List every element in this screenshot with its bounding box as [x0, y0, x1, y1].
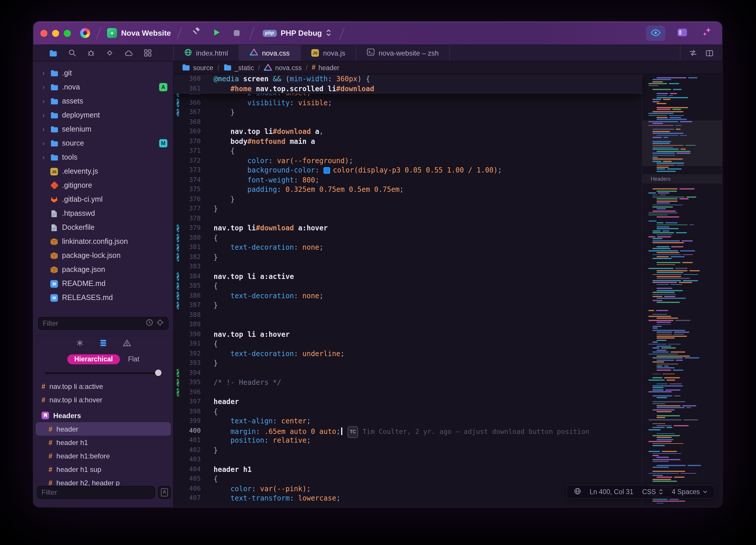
- code-line[interactable]: 395/* !- Headers */: [174, 378, 642, 387]
- code-line[interactable]: 396: [174, 387, 642, 397]
- code-line[interactable]: 380{: [174, 233, 642, 243]
- symbol-item[interactable]: #header h1: [36, 436, 171, 449]
- file-tree-item[interactable]: ›selenium: [33, 122, 173, 136]
- minimap[interactable]: Headers: [642, 74, 722, 507]
- code-line[interactable]: 378: [174, 214, 642, 224]
- file-tree-item[interactable]: ›assets: [33, 94, 173, 108]
- code-line[interactable]: 376 }: [174, 195, 642, 204]
- breadcrumb-item[interactable]: nova.css: [264, 63, 302, 72]
- disclosure-chevron-icon[interactable]: ›: [41, 112, 46, 118]
- recent-clock-icon[interactable]: [146, 318, 153, 329]
- file-tree-item[interactable]: package.json: [33, 263, 173, 276]
- file-tree-item[interactable]: ›.git: [33, 66, 173, 80]
- code-line[interactable]: 386 text-decoration: none;: [174, 291, 642, 300]
- code-line[interactable]: 375 padding: 0.325em 0.75em 0.5em 0.75em…: [174, 185, 642, 195]
- symbol-item[interactable]: #nav.top li a:hover: [36, 393, 171, 406]
- disclosure-chevron-icon[interactable]: ›: [41, 154, 46, 161]
- code-line[interactable]: 403: [174, 455, 642, 465]
- code-line[interactable]: 385{: [174, 281, 642, 291]
- symbols-depth-slider[interactable]: [45, 367, 161, 379]
- disclosure-chevron-icon[interactable]: ›: [41, 70, 46, 76]
- filter-options-button[interactable]: A: [158, 486, 171, 499]
- stop-button[interactable]: [230, 28, 243, 38]
- code-line[interactable]: 370 body#notfound main a: [174, 137, 642, 146]
- code-line[interactable]: 400 margin: .65em auto 0 auto;TCTim Coul…: [174, 426, 642, 436]
- code-line[interactable]: 369 nav.top li#download a,: [174, 127, 642, 137]
- extensions-button[interactable]: [699, 28, 715, 39]
- asterisk-icon[interactable]: [76, 338, 83, 349]
- disclosure-chevron-icon[interactable]: ›: [41, 84, 46, 90]
- disclosure-chevron-icon[interactable]: ›: [41, 126, 46, 133]
- file-tree-item[interactable]: MRELEASES.md: [33, 290, 173, 305]
- code-line[interactable]: 361 #home nav.top.scrolled li#download: [174, 84, 642, 94]
- code-line[interactable]: 398{: [174, 407, 642, 416]
- file-tree-item[interactable]: linkinator.config.json: [33, 235, 173, 249]
- build-button[interactable]: [188, 28, 204, 39]
- code-line[interactable]: 402}: [174, 445, 642, 455]
- file-tree-item[interactable]: Dockerfile: [33, 221, 173, 235]
- code-line[interactable]: 405{: [174, 474, 642, 484]
- file-tree-item[interactable]: ›.novaA: [33, 80, 173, 94]
- indent-selector[interactable]: 4 Spaces: [672, 488, 707, 495]
- project-switcher[interactable]: ✦ Nova Website: [107, 28, 171, 38]
- symbol-item[interactable]: #header h1 sup: [36, 462, 171, 476]
- code-line[interactable]: 366 visibility: visible;: [174, 98, 642, 108]
- flat-toggle[interactable]: Flat: [128, 355, 139, 362]
- slider-thumb[interactable]: [155, 369, 161, 376]
- symbols-filter-input[interactable]: [42, 488, 150, 496]
- search-icon[interactable]: [68, 49, 76, 57]
- swap-arrows-icon[interactable]: [689, 49, 697, 57]
- run-button[interactable]: [209, 28, 224, 38]
- code-line[interactable]: 387}: [174, 300, 642, 310]
- hierarchical-toggle[interactable]: Hierarchical: [67, 354, 120, 364]
- code-line[interactable]: 381 text-decoration: none;: [174, 243, 642, 252]
- symbol-item[interactable]: Headers: [36, 409, 171, 422]
- file-tree-item[interactable]: .gitignore: [33, 178, 173, 193]
- file-tree-item[interactable]: .htpasswd: [33, 207, 173, 221]
- code-line[interactable]: 371 {: [174, 146, 642, 156]
- files-sidebar-icon[interactable]: [49, 49, 57, 56]
- tab-nova-css[interactable]: nova.css: [239, 45, 301, 61]
- code-line[interactable]: 384nav.top li a:active: [174, 272, 642, 281]
- preview-button[interactable]: [646, 25, 665, 41]
- issues-warning-icon[interactable]: [123, 338, 131, 349]
- symbols-stack-icon[interactable]: [99, 338, 107, 349]
- code-line[interactable]: 377}: [174, 204, 642, 214]
- file-tree-item[interactable]: ›deployment: [33, 108, 173, 122]
- code-line[interactable]: 401 position: relative;: [174, 436, 642, 445]
- tab-index-html[interactable]: index.html: [174, 45, 239, 61]
- symbol-item[interactable]: #nav.top li a:active: [36, 379, 171, 393]
- breadcrumb-item[interactable]: source: [182, 63, 213, 72]
- code-editor[interactable]: 365 z-index: unset;366 visibility: visib…: [174, 74, 722, 507]
- clips-icon[interactable]: [106, 49, 114, 57]
- minimize-button[interactable]: [52, 30, 59, 37]
- code-line[interactable]: 372 color: var(--foreground);: [174, 156, 642, 166]
- tab-nova-js[interactable]: JSnova.js: [301, 45, 356, 61]
- cloud-publish-icon[interactable]: [125, 49, 133, 56]
- breadcrumb-item[interactable]: #header: [312, 64, 339, 71]
- close-button[interactable]: [40, 30, 47, 37]
- syntax-selector[interactable]: CSS: [642, 488, 663, 495]
- code-line[interactable]: 360@media screen && (min-width: 360px) {: [174, 74, 642, 84]
- symbol-item[interactable]: #header: [36, 422, 171, 436]
- code-line[interactable]: 397header: [174, 397, 642, 407]
- symbol-item[interactable]: #header h1:before: [36, 449, 171, 462]
- code-line[interactable]: 383: [174, 262, 642, 272]
- code-line[interactable]: 404header h1: [174, 465, 642, 474]
- file-tree-item[interactable]: MREADME.md: [33, 276, 173, 290]
- file-tree-item[interactable]: .gitlab-ci.yml: [33, 193, 173, 207]
- grid-icon[interactable]: [144, 49, 152, 57]
- filter-scope-icon[interactable]: [156, 318, 164, 329]
- code-line[interactable]: 367 }: [174, 108, 642, 117]
- editor-layout-button[interactable]: [674, 28, 690, 38]
- code-line[interactable]: 379nav.top li#download a:hover: [174, 224, 642, 233]
- file-tree-item[interactable]: package-lock.json: [33, 249, 173, 263]
- disclosure-chevron-icon[interactable]: ›: [41, 140, 46, 147]
- file-tree-item[interactable]: ›tools: [33, 150, 173, 164]
- tab-nova-website-zsh[interactable]: nova-website – zsh: [356, 45, 450, 61]
- code-line[interactable]: 390nav.top li a:hover: [174, 329, 642, 339]
- code-line[interactable]: 382}: [174, 252, 642, 262]
- file-tree-item[interactable]: ›sourceM: [33, 136, 173, 150]
- code-line[interactable]: 368: [174, 117, 642, 127]
- run-config-selector[interactable]: php PHP Debug: [260, 28, 334, 38]
